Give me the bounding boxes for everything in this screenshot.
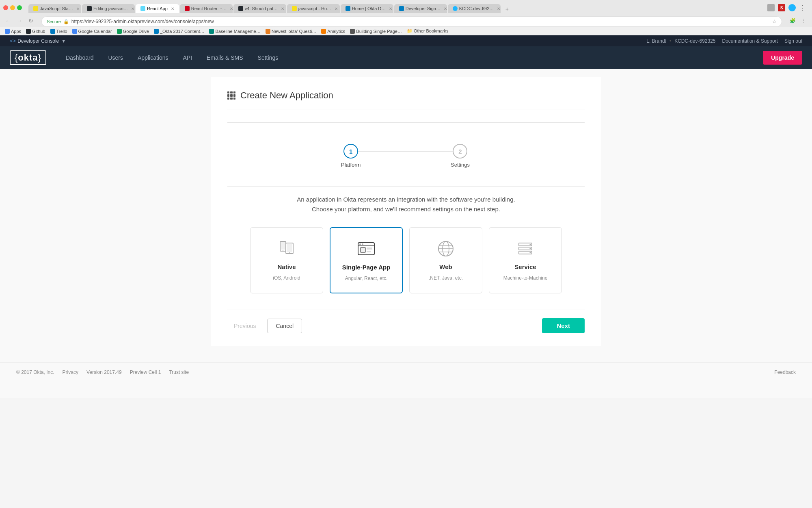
upgrade-button[interactable]: Upgrade xyxy=(763,51,802,65)
platform-card-spa[interactable]: Single-Page App Angular, React, etc. xyxy=(330,227,403,293)
close-tab-v4[interactable]: ✕ xyxy=(281,7,284,11)
close-window-btn[interactable] xyxy=(3,5,8,10)
dev-console-text[interactable]: Developer Console xyxy=(17,38,59,44)
forward-button[interactable]: → xyxy=(15,16,24,26)
bookmark-gcal[interactable]: Google Calendar xyxy=(72,29,112,34)
dev-console-label: <> Developer Console ▼ xyxy=(10,38,66,44)
more-button[interactable]: ⋮ xyxy=(799,16,809,26)
bookmark-star-icon[interactable]: ☆ xyxy=(772,19,777,24)
page-title-row: Create New Application xyxy=(227,90,585,109)
reload-button[interactable]: ↻ xyxy=(26,16,36,26)
close-tab-router[interactable]: ✕ xyxy=(230,7,233,11)
back-button[interactable]: ← xyxy=(3,16,13,26)
angle-bracket-left: <> xyxy=(10,38,16,44)
tab-js[interactable]: JavaScript Sta… ✕ xyxy=(28,4,81,13)
spa-card-subtitle: Angular, React, etc. xyxy=(345,276,388,281)
tab-okta-home[interactable]: Home | Okta D… ✕ xyxy=(341,4,393,13)
previous-button: Previous xyxy=(227,319,262,333)
close-tab-js[interactable]: ✕ xyxy=(76,7,80,11)
bookmark-other[interactable]: 📁 Other Bookmarks xyxy=(407,28,449,34)
main-navbar: {okta} Dashboard Users Applications API … xyxy=(0,46,812,69)
platform-card-service[interactable]: Service Machine-to-Machine xyxy=(489,227,562,293)
bookmark-baseline[interactable]: Baseline Manageme… xyxy=(209,29,260,34)
tab-favicon-dev-sign xyxy=(399,6,404,11)
bookmark-github-icon xyxy=(26,29,31,34)
footer-preview-cell[interactable]: Preview Cell 1 xyxy=(130,369,161,375)
platform-card-web[interactable]: Web .NET, Java, etc. xyxy=(409,227,482,293)
url-display: https://dev-692325-admin.oktapreview.com… xyxy=(71,19,770,24)
footer-feedback[interactable]: Feedback xyxy=(774,369,796,375)
minimize-window-btn[interactable] xyxy=(10,5,15,10)
tab-dev-sign[interactable]: Developer Sign… ✕ xyxy=(394,4,447,13)
tab-react[interactable]: React App ✕ xyxy=(136,4,179,13)
steps-separator xyxy=(227,186,585,187)
tab-favicon-okta-home xyxy=(346,6,350,11)
extensions-button[interactable]: 🧩 xyxy=(788,16,797,26)
cards-separator xyxy=(227,310,585,310)
bookmark-apps[interactable]: Apps xyxy=(5,29,21,34)
browser-chrome: JavaScript Sta… ✕ Editing javascri… ✕ Re… xyxy=(0,0,812,35)
svg-rect-12 xyxy=(367,251,371,252)
svg-rect-11 xyxy=(367,247,372,250)
tab-github[interactable]: Editing javascri… ✕ xyxy=(82,4,135,13)
bookmark-okta-q-icon xyxy=(266,29,270,34)
bookmark-okta-q-label: Newest 'okta' Questi… xyxy=(272,29,317,34)
platform-card-native[interactable]: Native iOS, Android xyxy=(250,227,323,293)
okta-logo: {okta} xyxy=(10,50,46,65)
native-card-subtitle: iOS, Android xyxy=(273,275,300,281)
doc-support-link[interactable]: Documentation & Support xyxy=(722,38,778,44)
close-tab-okta-home[interactable]: ✕ xyxy=(389,7,392,11)
native-icon xyxy=(277,239,296,258)
org-info: L. Brandt • KCDC-dev-692325 xyxy=(646,38,715,44)
footer-trust-site[interactable]: Trust site xyxy=(169,369,189,375)
description-line-1: An application in Okta represents an int… xyxy=(227,195,585,204)
nav-users[interactable]: Users xyxy=(102,46,130,69)
secure-label: Secure xyxy=(47,19,61,24)
menu-icon[interactable]: ⋮ xyxy=(799,4,806,12)
tab-favicon-jso xyxy=(292,6,297,11)
new-tab-button[interactable]: + xyxy=(503,5,511,13)
close-tab-github[interactable]: ✕ xyxy=(131,7,134,11)
nav-api[interactable]: API xyxy=(177,46,199,69)
tab-v4[interactable]: v4: Should pat… ✕ xyxy=(233,4,286,13)
maximize-window-btn[interactable] xyxy=(17,5,22,10)
tab-favicon-v4 xyxy=(238,6,243,11)
bookmark-trello-label: Trello xyxy=(56,29,67,34)
bookmark-trello[interactable]: Trello xyxy=(50,29,67,34)
address-bar[interactable]: Secure 🔒 https://dev-692325-admin.oktapr… xyxy=(41,16,782,27)
close-tab-jso[interactable]: ✕ xyxy=(335,7,338,11)
description-text: An application in Okta represents an int… xyxy=(227,195,585,214)
user-name: L. Brandt xyxy=(646,38,666,44)
tab-favicon-react xyxy=(140,6,145,11)
nav-settings[interactable]: Settings xyxy=(251,46,285,69)
bottom-actions: Previous Cancel Next xyxy=(227,318,585,333)
cancel-button[interactable]: Cancel xyxy=(267,319,302,333)
tab-router[interactable]: React Router: ↑… ✕ xyxy=(180,4,233,13)
console-topbar-left: <> Developer Console ▼ xyxy=(10,38,66,44)
service-icon xyxy=(516,239,535,258)
nav-dashboard[interactable]: Dashboard xyxy=(59,46,100,69)
bookmark-github[interactable]: Github xyxy=(26,29,45,34)
tab-kcdc[interactable]: KCDC-dev-692… ✕ xyxy=(448,4,501,13)
footer-privacy[interactable]: Privacy xyxy=(63,369,78,375)
step-connector-line xyxy=(345,151,467,152)
web-card-subtitle: .NET, Java, etc. xyxy=(429,275,463,281)
nav-emails-sms[interactable]: Emails & SMS xyxy=(200,46,249,69)
tab-jso[interactable]: javascript - Ho… ✕ xyxy=(287,4,340,13)
bookmark-spa-label: Building Single Page… xyxy=(356,29,402,34)
bookmark-okta-questions[interactable]: Newest 'okta' Questi… xyxy=(266,29,317,34)
bookmark-analytics[interactable]: Analytics xyxy=(321,29,345,34)
bookmark-building-spa[interactable]: Building Single Page… xyxy=(350,29,402,34)
service-card-title: Service xyxy=(514,263,536,270)
bookmark-baseline-label: Baseline Manageme… xyxy=(215,29,260,34)
sign-out-link[interactable]: Sign out xyxy=(784,38,802,44)
bookmark-okta[interactable]: _Okta 2017 Content… xyxy=(154,29,204,34)
close-tab-react[interactable]: ✕ xyxy=(171,7,174,11)
svg-rect-4 xyxy=(287,244,292,252)
footer-version[interactable]: Version 2017.49 xyxy=(86,369,122,375)
bookmark-gdrive[interactable]: Google Drive xyxy=(117,29,149,34)
nav-applications[interactable]: Applications xyxy=(131,46,175,69)
next-button[interactable]: Next xyxy=(542,318,585,333)
close-tab-kcdc[interactable]: ✕ xyxy=(497,7,500,11)
close-tab-dev-sign[interactable]: ✕ xyxy=(444,7,447,11)
